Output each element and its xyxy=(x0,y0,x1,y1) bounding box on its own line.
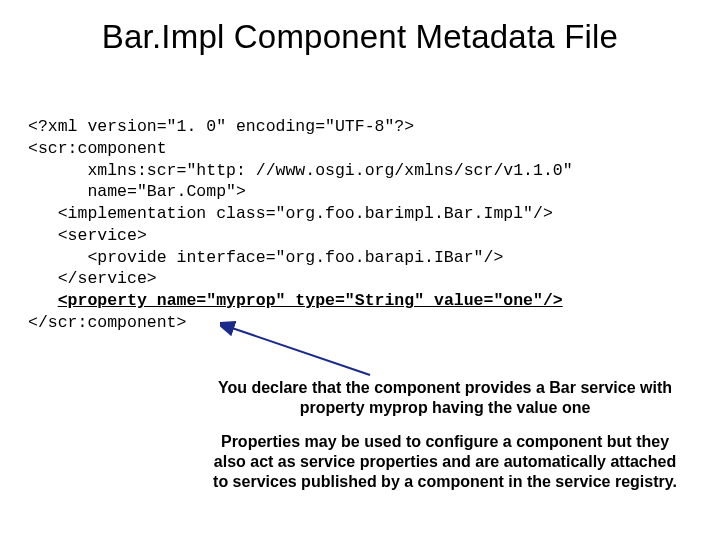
code-line-2: <scr:component xyxy=(28,139,167,158)
code-line-7: <provide interface="org.foo.barapi.IBar"… xyxy=(28,248,503,267)
code-line-1: <?xml version="1. 0" encoding="UTF-8"?> xyxy=(28,117,414,136)
code-line-3: xmlns:scr="http: //www.osgi.org/xmlns/sc… xyxy=(28,161,573,180)
code-line-9-indent xyxy=(28,291,58,310)
code-line-6: <service> xyxy=(28,226,147,245)
code-line-10: </scr:component> xyxy=(28,313,186,332)
annotation-properties: Properties may be used to configure a co… xyxy=(210,432,680,492)
code-line-8: </service> xyxy=(28,269,157,288)
code-line-4: name="Bar.Comp"> xyxy=(28,182,246,201)
xml-code-block: <?xml version="1. 0" encoding="UTF-8"?> … xyxy=(28,116,692,334)
slide: Bar.Impl Component Metadata File <?xml v… xyxy=(0,0,720,540)
annotation-declare: You declare that the component provides … xyxy=(210,378,680,418)
code-line-5: <implementation class="org.foo.barimpl.B… xyxy=(28,204,553,223)
code-line-9-property: <property name="myprop" type="String" va… xyxy=(58,291,563,310)
svg-line-1 xyxy=(232,328,370,375)
slide-title: Bar.Impl Component Metadata File xyxy=(0,18,720,56)
